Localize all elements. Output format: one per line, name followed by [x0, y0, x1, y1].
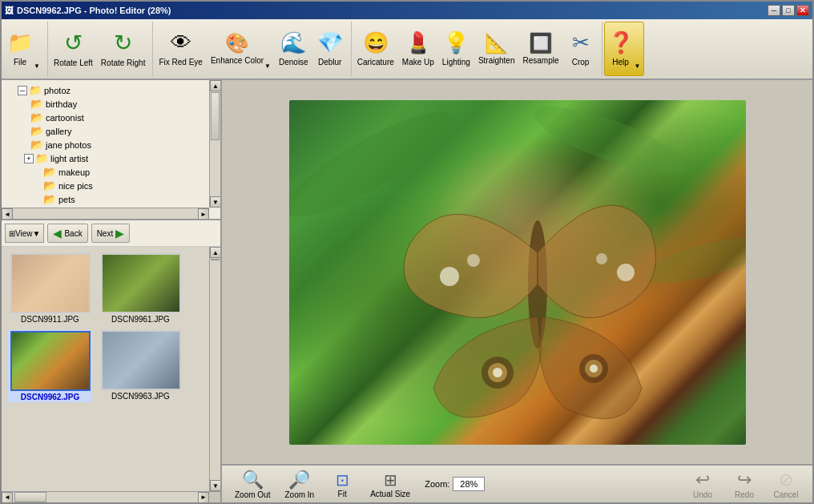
redo-button[interactable]: ↪ Redo: [724, 468, 764, 501]
zoom-in-button[interactable]: 🔎 Zoom In: [278, 468, 320, 501]
rotate-right-button[interactable]: ↻ Rotate Right: [97, 22, 150, 76]
maximize-button[interactable]: □: [782, 5, 795, 16]
tree-item-light-artist[interactable]: + 📁 light artist: [5, 151, 217, 165]
tree-item-cartoonist[interactable]: 📂 cartoonist: [5, 111, 217, 124]
close-button[interactable]: ✕: [796, 5, 809, 16]
lighting-icon: 💡: [443, 30, 469, 55]
make-up-button[interactable]: 💄 Make Up: [398, 22, 438, 76]
fit-button[interactable]: ⊡ Fit: [322, 469, 362, 500]
caricature-button[interactable]: 😄 Caricature: [353, 22, 398, 76]
thumb-person-image: [103, 332, 179, 389]
tree-label-cartoonist: cartoonist: [46, 113, 84, 123]
tree-scroll[interactable]: ─ 📁 photoz 📂 birthday 📂 cartoonist: [2, 80, 220, 219]
next-button[interactable]: Next ▶: [91, 224, 131, 243]
lighting-button[interactable]: 💡 Lighting: [438, 22, 474, 76]
tree-item-photoz[interactable]: ─ 📁 photoz: [5, 83, 217, 97]
deblur-button[interactable]: 💎 Deblur: [312, 22, 348, 76]
lighting-label: Lighting: [442, 58, 470, 67]
thumb-vscroll-up[interactable]: ▲: [210, 247, 220, 258]
thumb-item-dscn9961[interactable]: DSCN9961.JPG: [99, 253, 183, 324]
tree-hscroll-left[interactable]: ◄: [2, 208, 13, 220]
thumb-bug-image: [103, 255, 179, 312]
undo-button[interactable]: ↩ Undo: [683, 468, 723, 501]
titlebar-icon: 🖼: [5, 6, 14, 15]
tree-vscroll-down[interactable]: ▼: [210, 196, 220, 208]
minimize-button[interactable]: ─: [768, 5, 780, 16]
thumb-vscroll-down[interactable]: ▼: [210, 480, 220, 491]
svg-point-4: [440, 267, 459, 286]
fix-red-eye-icon: 👁: [171, 30, 191, 55]
tree-item-nice-pics[interactable]: 📂 nice pics: [5, 179, 217, 192]
cancel-button[interactable]: ⊘ Cancel: [766, 468, 806, 501]
view-button[interactable]: ⊞ View ▼: [5, 224, 44, 243]
view-label: View: [15, 229, 33, 238]
actual-size-button[interactable]: ⊞ Actual Size: [364, 469, 417, 500]
tree-toggle-photoz[interactable]: ─: [18, 86, 27, 95]
zoom-input[interactable]: [453, 477, 485, 491]
tree-label-photoz: photoz: [44, 86, 71, 95]
thumb-hscroll-left[interactable]: ◄: [2, 492, 13, 503]
rotate-left-icon: ↺: [64, 30, 83, 57]
file-button[interactable]: 📁 File ▼: [3, 22, 44, 76]
tree-vscroll-thumb[interactable]: [211, 92, 220, 140]
tree-vscroll-up[interactable]: ▲: [210, 80, 220, 91]
resample-button[interactable]: 🔲 Resample: [518, 22, 562, 76]
undo-label: Undo: [693, 490, 712, 499]
thumb-label-dscn9911: DSCN9911.JPG: [21, 315, 79, 324]
svg-point-10: [493, 368, 502, 377]
thumb-item-dscn9963[interactable]: DSCN9963.JPG: [99, 330, 183, 402]
thumbnail-grid[interactable]: DSCN9911.JPG DSCN9961.JPG DS: [2, 247, 209, 491]
image-viewport[interactable]: [222, 80, 812, 464]
titlebar-text: DSCN9962.JPG - Photo! Editor (28%): [17, 6, 171, 15]
enhance-color-label: Enhance Color: [211, 56, 264, 66]
tree-vscroll: ▲ ▼: [209, 80, 220, 208]
denoise-icon: 🌊: [280, 30, 306, 55]
help-button[interactable]: ❓ Help ▼: [604, 22, 645, 76]
tree-item-makeup[interactable]: 📂 makeup: [5, 165, 217, 179]
tree-label-light-artist: light artist: [50, 154, 88, 163]
folder-tree: ─ 📁 photoz 📂 birthday 📂 cartoonist: [2, 80, 220, 220]
tree-item-gallery[interactable]: 📂 gallery: [5, 124, 217, 138]
left-panel: ─ 📁 photoz 📂 birthday 📂 cartoonist: [2, 80, 222, 502]
enhance-color-button[interactable]: 🎨 Enhance Color ▼: [207, 22, 275, 76]
tree-label-jane-photos: jane photos: [46, 140, 91, 150]
thumb-img-dscn9963: [101, 330, 181, 390]
fix-red-eye-label: Fix Red Eye: [159, 58, 202, 67]
caricature-label: Caricature: [357, 58, 394, 67]
thumb-hscroll-track: [13, 492, 198, 502]
thumb-vscroll-track: [210, 258, 220, 480]
thumb-vscroll-thumb[interactable]: [211, 259, 220, 260]
zoom-out-button[interactable]: 🔍 Zoom Out: [228, 468, 276, 501]
straighten-icon: 📐: [485, 32, 509, 55]
thumb-label-dscn9963: DSCN9963.JPG: [111, 392, 170, 401]
back-button[interactable]: ◀ Back: [47, 224, 87, 243]
folder-icon-gallery: 📂: [30, 125, 43, 137]
redo-icon: ↪: [737, 470, 752, 490]
denoise-button[interactable]: 🌊 Denoise: [275, 22, 312, 76]
thumb-hscroll-right[interactable]: ►: [198, 492, 209, 503]
tree-label-gallery: gallery: [46, 127, 71, 136]
tree-item-jane-photos[interactable]: 📂 jane photos: [5, 138, 217, 151]
fix-red-eye-button[interactable]: 👁 Fix Red Eye: [155, 22, 206, 76]
tree-label-nice-pics: nice pics: [58, 181, 93, 191]
actual-size-label: Actual Size: [370, 490, 410, 498]
folder-icon-pets: 📂: [43, 193, 56, 205]
tree-item-birthday[interactable]: 📂 birthday: [5, 97, 217, 111]
file-dropdown-arrow: ▼: [34, 62, 40, 71]
thumb-item-dscn9962[interactable]: DSCN9962.JPG: [8, 330, 92, 402]
resample-icon: 🔲: [529, 32, 553, 55]
thumb-item-dscn9911[interactable]: DSCN9911.JPG: [8, 253, 92, 324]
folder-icon-makeup: 📂: [43, 166, 56, 178]
rotate-left-button[interactable]: ↺ Rotate Left: [50, 22, 97, 76]
tree-item-pets[interactable]: 📂 pets: [5, 192, 217, 206]
tree-toggle-light-artist[interactable]: +: [24, 154, 34, 163]
thumb-label-dscn9962: DSCN9962.JPG: [21, 393, 79, 401]
help-label: Help: [612, 58, 629, 67]
thumb-hscroll-thumb[interactable]: [14, 492, 46, 502]
toolbar-group-fix: 👁 Fix Red Eye 🎨 Enhance Color ▼ 🌊 Denois…: [155, 22, 351, 76]
svg-point-1: [527, 100, 691, 187]
help-arrow: ▼: [635, 62, 641, 71]
tree-hscroll-right[interactable]: ►: [198, 208, 209, 220]
crop-button[interactable]: ✂ Crop: [563, 22, 598, 76]
straighten-button[interactable]: 📐 Straighten: [474, 22, 519, 76]
